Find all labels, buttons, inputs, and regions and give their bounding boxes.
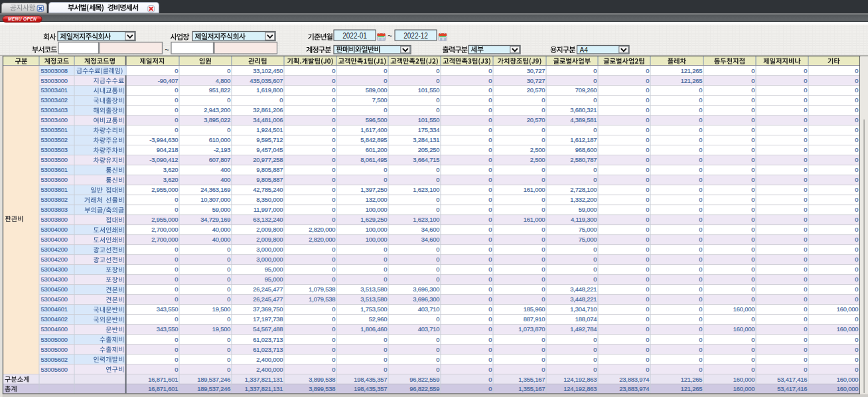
svg-text:0: 0 (332, 96, 335, 104)
svg-text:53004200: 53004200 (41, 256, 68, 263)
svg-text:0: 0 (227, 346, 230, 353)
svg-text:53003503: 53003503 (41, 146, 68, 153)
svg-text:0: 0 (488, 96, 492, 104)
svg-text:2,009,800: 2,009,800 (256, 236, 283, 243)
svg-text:0: 0 (699, 285, 702, 293)
svg-text:0: 0 (646, 315, 649, 323)
svg-text:63,132,240: 63,132,240 (253, 216, 283, 223)
svg-text:0: 0 (542, 226, 545, 233)
svg-text:53003000: 53003000 (41, 77, 68, 84)
svg-text:3,895,022: 3,895,022 (204, 116, 230, 123)
svg-text:0: 0 (227, 276, 230, 283)
svg-text:2,500: 2,500 (530, 146, 545, 153)
svg-text:0: 0 (804, 305, 807, 313)
svg-text:0: 0 (855, 77, 858, 84)
svg-text:75,000: 75,000 (579, 226, 597, 233)
svg-text:400: 400 (220, 176, 230, 183)
svg-text:0: 0 (593, 346, 597, 353)
svg-text:0: 0 (804, 226, 807, 233)
svg-text:0: 0 (227, 126, 230, 133)
svg-text:0: 0 (227, 256, 230, 263)
svg-text:0: 0 (175, 106, 178, 114)
svg-text:2,009,800: 2,009,800 (256, 226, 283, 233)
svg-text:0: 0 (332, 156, 335, 163)
svg-text:0: 0 (332, 366, 335, 373)
svg-text:53004500: 53004500 (41, 295, 68, 303)
svg-text:0: 0 (699, 86, 702, 94)
svg-text:205,250: 205,250 (418, 146, 440, 153)
svg-text:403,710: 403,710 (418, 325, 440, 333)
svg-text:0: 0 (855, 136, 858, 143)
svg-text:0: 0 (699, 106, 702, 114)
svg-text:1,079,538: 1,079,538 (309, 285, 335, 293)
svg-text:53003802: 53003802 (41, 196, 68, 203)
svg-text:0: 0 (384, 336, 387, 343)
svg-text:53005000: 53005000 (41, 346, 68, 353)
svg-text:53003401: 53003401 (41, 86, 68, 94)
svg-text:185,960: 185,960 (524, 305, 545, 313)
svg-text:161,000: 161,000 (524, 186, 545, 193)
svg-text:0: 0 (332, 77, 335, 84)
svg-text:0: 0 (227, 285, 230, 293)
svg-text:0: 0 (175, 285, 178, 293)
svg-text:0: 0 (855, 246, 858, 253)
svg-text:53003601: 53003601 (41, 166, 68, 173)
svg-text:61,023,713: 61,023,713 (253, 336, 283, 343)
svg-text:0: 0 (751, 246, 755, 253)
svg-text:0: 0 (751, 226, 755, 233)
svg-text:161,000: 161,000 (524, 216, 545, 223)
svg-text:0: 0 (436, 276, 439, 283)
svg-text:1,612,187: 1,612,187 (570, 136, 597, 143)
svg-text:0: 0 (699, 276, 702, 283)
svg-text:4,119,300: 4,119,300 (571, 216, 597, 223)
svg-text:0: 0 (699, 216, 702, 223)
svg-text:0: 0 (436, 206, 439, 213)
svg-text:16,871,601: 16,871,601 (148, 376, 178, 383)
svg-text:0: 0 (488, 77, 492, 84)
svg-text:0: 0 (593, 67, 597, 74)
svg-text:0: 0 (699, 356, 702, 363)
svg-text:0: 0 (175, 96, 178, 104)
svg-text:37,369,750: 37,369,750 (253, 305, 283, 313)
svg-text:1,753,500: 1,753,500 (360, 305, 387, 313)
svg-text:0: 0 (332, 356, 335, 363)
svg-text:0: 0 (542, 136, 545, 143)
svg-text:3,620: 3,620 (163, 176, 179, 183)
svg-text:59,000: 59,000 (212, 206, 231, 213)
svg-text:10,307,000: 10,307,000 (200, 196, 230, 203)
svg-text:0: 0 (699, 196, 702, 203)
svg-text:0: 0 (542, 366, 545, 373)
svg-text:160,000: 160,000 (733, 376, 755, 383)
svg-text:0: 0 (855, 146, 858, 153)
svg-text:0: 0 (646, 266, 649, 273)
svg-text:189,537,246: 189,537,246 (197, 376, 230, 383)
svg-text:53004300: 53004300 (41, 276, 68, 283)
svg-text:0: 0 (855, 196, 858, 203)
svg-text:0: 0 (488, 346, 492, 353)
svg-text:0: 0 (332, 246, 335, 253)
svg-text:0: 0 (646, 346, 649, 353)
svg-text:-90,407: -90,407 (158, 77, 179, 84)
svg-text:3,899,538: 3,899,538 (309, 385, 335, 392)
svg-text:0: 0 (804, 196, 807, 203)
svg-text:0: 0 (593, 356, 597, 363)
svg-text:0: 0 (332, 67, 335, 74)
svg-text:198,435,357: 198,435,357 (354, 385, 387, 392)
svg-text:0: 0 (855, 116, 858, 123)
svg-text:0: 0 (227, 366, 230, 373)
svg-text:0: 0 (804, 176, 807, 183)
svg-text:0: 0 (488, 356, 492, 363)
svg-text:3,284,131: 3,284,131 (413, 136, 439, 143)
svg-text:0: 0 (751, 356, 755, 363)
svg-text:0: 0 (804, 86, 807, 94)
svg-text:101,550: 101,550 (418, 116, 440, 123)
svg-text:0: 0 (227, 246, 230, 253)
svg-text:0: 0 (804, 106, 807, 114)
svg-text:0: 0 (646, 256, 649, 263)
svg-text:-3,090,412: -3,090,412 (149, 156, 178, 163)
svg-text:0: 0 (751, 216, 755, 223)
svg-text:96,822,559: 96,822,559 (409, 385, 439, 392)
svg-text:0: 0 (488, 366, 492, 373)
svg-text:23,883,974: 23,883,974 (619, 385, 649, 392)
svg-text:0: 0 (646, 226, 649, 233)
